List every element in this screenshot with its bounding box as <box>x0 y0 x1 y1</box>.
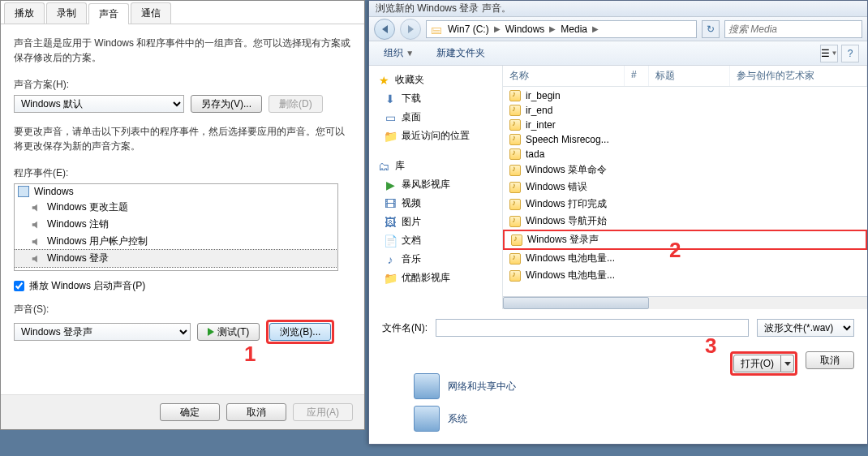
help-icon: ? <box>848 48 853 59</box>
nav-tree[interactable]: ★收藏夹 ⬇下载 ▭桌面 📁最近访问的位置 🗂库 ▶暴风影视库 🎞视频 🖼图片 … <box>369 66 503 309</box>
event-item[interactable]: Windows 注销 <box>15 216 337 233</box>
tree-item[interactable]: ♪音乐 <box>372 250 499 269</box>
bg-system[interactable]: 系统 <box>414 406 467 432</box>
desktop-icon: ▭ <box>384 111 397 124</box>
open-button[interactable]: 打开(O) <box>733 355 794 372</box>
speaker-icon <box>31 253 42 265</box>
audio-file-icon <box>509 134 521 145</box>
audio-file-icon <box>509 90 521 101</box>
program-events-list[interactable]: Windows Windows 更改主题 Windows 注销 Windows … <box>14 183 338 271</box>
col-title[interactable]: 标题 <box>649 66 730 86</box>
help-button[interactable]: ? <box>841 45 859 62</box>
apply-button: 应用(A) <box>293 403 353 421</box>
audio-file-icon <box>509 270 521 282</box>
video-icon: 🎞 <box>384 197 397 210</box>
horizontal-scrollbar[interactable] <box>503 296 867 309</box>
play-startup-checkbox[interactable] <box>14 281 24 291</box>
refresh-button[interactable]: ↻ <box>702 20 720 38</box>
list-row[interactable]: Windows 错误 <box>503 179 867 196</box>
tree-item[interactable]: 📁最近访问的位置 <box>372 127 499 145</box>
list-row[interactable]: ir_end <box>503 103 867 118</box>
file-list[interactable]: 名称 # 标题 参与创作的艺术家 ir_beginir_endir_interS… <box>503 66 867 309</box>
chevron-down-icon: ▼ <box>831 49 838 57</box>
back-button[interactable] <box>374 19 395 40</box>
tree-item[interactable]: ▭桌面 <box>372 108 499 127</box>
video-icon: 📁 <box>384 272 397 285</box>
chevron-down-icon: ▼ <box>406 49 414 58</box>
ok-button[interactable]: 确定 <box>160 403 220 421</box>
test-button[interactable]: 测试(T) <box>197 323 260 341</box>
audio-file-icon <box>509 199 521 210</box>
windows-icon <box>18 186 29 197</box>
library-icon: 🗂 <box>377 160 390 173</box>
annotation-box-1: 浏览(B)... <box>266 320 334 344</box>
tree-item[interactable]: 📁优酷影视库 <box>372 269 499 287</box>
list-row[interactable]: Windows 电池电量... <box>503 267 867 284</box>
search-input[interactable] <box>724 20 862 38</box>
scroll-thumb[interactable] <box>503 297 649 309</box>
event-item[interactable]: 关键性停止 <box>15 267 337 271</box>
audio-file-icon <box>509 182 521 193</box>
event-item[interactable]: Windows 用户帐户控制 <box>15 233 337 250</box>
tab-sounds[interactable]: 声音 <box>88 3 129 24</box>
col-num[interactable]: # <box>625 66 649 86</box>
col-name[interactable]: 名称 <box>503 66 625 86</box>
tree-favorites[interactable]: ★收藏夹 <box>372 71 499 89</box>
breadcrumb-seg[interactable]: Win7 (C:) <box>445 24 492 35</box>
file-cancel-button[interactable]: 取消 <box>806 351 854 369</box>
list-row[interactable]: Windows 电池电量... <box>503 250 867 267</box>
organize-menu[interactable]: 组织 ▼ <box>377 43 420 63</box>
tree-item[interactable]: 🎞视频 <box>372 194 499 213</box>
open-dropdown-arrow[interactable] <box>781 355 794 372</box>
nav-bar: 🖴 Win7 (C:) ▶ Windows ▶ Media ▶ ↻ <box>369 17 867 41</box>
tree-libraries[interactable]: 🗂库 <box>372 157 499 175</box>
list-row[interactable]: Windows 打印完成 <box>503 196 867 213</box>
list-row[interactable]: ir_begin <box>503 88 867 103</box>
tab-recording[interactable]: 录制 <box>46 2 87 24</box>
bg-network-center[interactable]: 网络和共享中心 <box>414 373 516 399</box>
breadcrumb-seg[interactable]: Media <box>557 24 591 35</box>
view-button[interactable]: ☰▼ <box>820 45 838 62</box>
new-folder-button[interactable]: 新建文件夹 <box>430 43 492 63</box>
chevron-right-icon: ▶ <box>549 24 556 33</box>
audio-file-icon <box>509 105 521 116</box>
list-row[interactable]: Speech Misrecog... <box>503 132 867 147</box>
col-artist[interactable]: 参与创作的艺术家 <box>730 66 867 86</box>
sound-properties-dialog: 播放 录制 声音 通信 声音主题是应用于 Windows 和程序事件中的一组声音… <box>0 0 365 430</box>
refresh-icon: ↻ <box>707 24 715 35</box>
picture-icon: 🖼 <box>384 216 397 229</box>
dialog-footer: 确定 取消 应用(A) <box>1 394 364 429</box>
sounds-combo[interactable]: Windows 登录声 <box>14 323 191 341</box>
cancel-button[interactable]: 取消 <box>226 403 286 421</box>
list-row-selected[interactable]: Windows 登录声 <box>503 230 867 250</box>
browse-button[interactable]: 浏览(B)... <box>269 323 331 341</box>
filter-combo[interactable]: 波形文件(*.wav) <box>757 319 854 337</box>
audio-file-icon <box>509 148 521 160</box>
forward-button[interactable] <box>400 19 421 40</box>
tree-item[interactable]: 📄文档 <box>372 231 499 250</box>
event-item[interactable]: Windows 更改主题 <box>15 199 337 216</box>
network-icon <box>414 373 440 399</box>
events-root[interactable]: Windows <box>15 184 337 199</box>
tree-item[interactable]: ▶暴风影视库 <box>372 175 499 194</box>
tree-item[interactable]: 🖼图片 <box>372 213 499 231</box>
tab-communications[interactable]: 通信 <box>131 2 171 24</box>
breadcrumb-seg[interactable]: Windows <box>502 24 548 35</box>
speaker-icon <box>31 270 42 272</box>
speaker-icon <box>31 202 42 213</box>
tree-item[interactable]: ⬇下载 <box>372 89 499 108</box>
list-row[interactable]: ir_inter <box>503 118 867 132</box>
list-row[interactable]: Windows 菜单命令 <box>503 161 867 179</box>
event-item-selected[interactable]: Windows 登录 <box>15 250 337 267</box>
scheme-combo[interactable]: Windows 默认 <box>14 95 184 113</box>
arrow-right-icon <box>408 25 414 33</box>
audio-file-icon <box>509 216 521 227</box>
annotation-box-3: 打开(O) <box>730 351 797 376</box>
tab-playback[interactable]: 播放 <box>4 2 45 24</box>
events-description: 要更改声音，请单击以下列表中的程序事件，然后选择要应用的声音。您可以将更改保存为… <box>14 124 351 153</box>
filename-input[interactable] <box>436 319 749 337</box>
list-row[interactable]: tada <box>503 147 867 161</box>
save-as-button[interactable]: 另存为(V)... <box>191 95 262 113</box>
breadcrumb[interactable]: 🖴 Win7 (C:) ▶ Windows ▶ Media ▶ <box>426 20 697 38</box>
list-row[interactable]: Windows 导航开始 <box>503 213 867 230</box>
